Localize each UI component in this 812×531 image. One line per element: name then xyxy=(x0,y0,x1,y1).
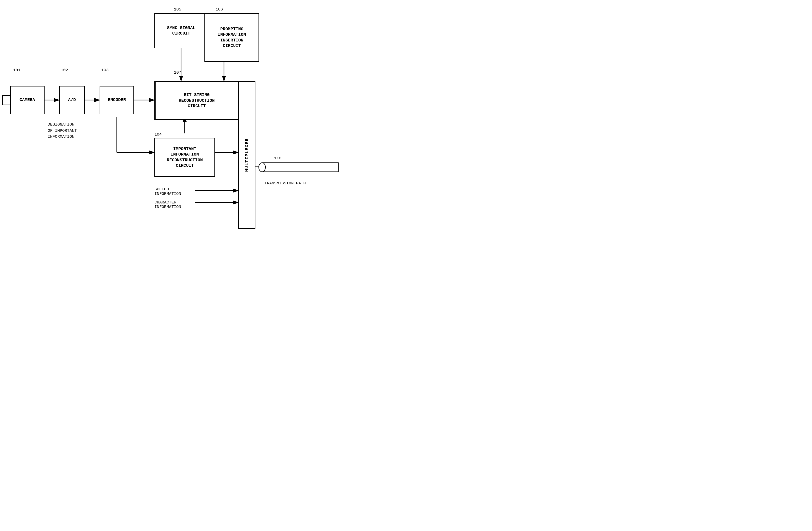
prompting-box: PROMPTING INFORMATION INSERTION CIRCUIT xyxy=(204,13,259,62)
designation-label: DESIGNATIONOF IMPORTANTINFORMATION xyxy=(48,121,77,140)
ref-110: 110 xyxy=(274,156,281,161)
transmission-svg xyxy=(257,161,348,174)
ad-box: A/D xyxy=(59,86,85,114)
ref-101: 101 xyxy=(13,68,20,72)
encoder-box: ENCODER xyxy=(100,86,134,114)
character-info-label: CHARACTERINFORMATION xyxy=(155,200,181,209)
ref-107: 107 xyxy=(174,70,181,75)
multiplexer-box: MULTIPLEXER xyxy=(238,81,256,229)
bit-string-label: BIT STRING RECONSTRUCTION CIRCUIT xyxy=(179,92,215,109)
svg-rect-16 xyxy=(262,163,338,172)
speech-info-label: SPEECHINFORMATION xyxy=(155,187,181,196)
encoder-label: ENCODER xyxy=(108,97,126,103)
bit-string-box: BIT STRING RECONSTRUCTION CIRCUIT xyxy=(155,81,239,120)
prompting-label: PROMPTING INFORMATION INSERTION CIRCUIT xyxy=(218,27,246,49)
ref-102: 102 xyxy=(61,68,68,72)
transmission-label: TRANSMISSION PATH xyxy=(264,181,306,186)
ad-label: A/D xyxy=(68,97,76,103)
camera-lens xyxy=(2,95,11,105)
ref-105: 105 xyxy=(174,7,181,12)
sync-signal-label: SYNC SIGNAL CIRCUIT xyxy=(167,25,195,36)
important-label: IMPORTANT INFORMATION RECONSTRUCTION CIR… xyxy=(167,146,203,169)
svg-point-17 xyxy=(259,163,265,172)
camera-box: CAMERA xyxy=(10,86,45,114)
important-box: IMPORTANT INFORMATION RECONSTRUCTION CIR… xyxy=(155,138,215,177)
ref-106: 106 xyxy=(216,7,223,12)
camera-label: CAMERA xyxy=(19,97,35,103)
multiplexer-label: MULTIPLEXER xyxy=(245,138,249,172)
block-diagram: 101 CAMERA 102 A/D 103 ENCODER 105 SYNC … xyxy=(0,0,406,265)
sync-signal-box: SYNC SIGNAL CIRCUIT xyxy=(155,13,208,48)
ref-104: 104 xyxy=(155,132,162,137)
ref-103: 103 xyxy=(101,68,108,72)
